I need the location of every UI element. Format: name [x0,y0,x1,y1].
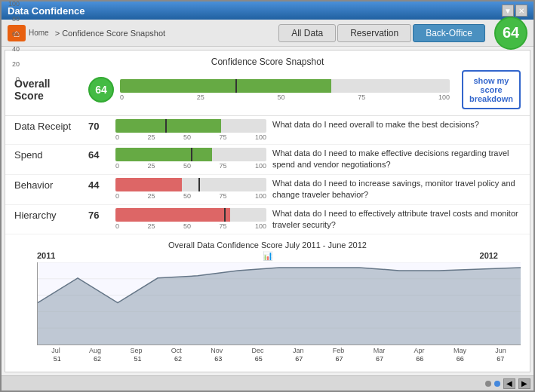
metrics-container: Data Receipt 70 0 25 50 75 100 What data… [5,116,530,234]
metric-bar-wrap-3: 0 25 50 75 100 [115,208,266,230]
header-score-circle: 64 [494,17,527,50]
chart-title: Overall Data Confidence Score July 2011 … [14,240,521,250]
overall-score-circle: 64 [88,77,114,103]
metric-bar-axis-1: 0 25 50 75 100 [115,162,266,170]
x-label-jun: Jun [495,347,506,354]
chart-val-11: 67 [497,355,504,363]
x-label-jan: Jan [293,347,304,354]
chart-val-3: 62 [174,355,182,363]
overall-label: Overall Score [14,78,82,102]
x-label-mar: Mar [374,347,386,354]
metric-bar-fill-1 [115,148,212,161]
metric-bar-wrap-1: 0 25 50 75 100 [115,148,266,170]
nav-next-button[interactable]: ▶ [518,378,530,389]
metric-bar-wrap-2: 0 25 50 75 100 [115,178,266,200]
metric-label-2: Behavior [14,178,82,191]
chart-val-8: 67 [376,355,383,363]
metric-bar-wrap-0: 0 25 50 75 100 [115,119,266,141]
home-label: Home [29,29,49,37]
metric-bar-marker-0 [165,119,167,133]
x-label-feb: Feb [333,347,345,354]
metric-bar-axis-2: 0 25 50 75 100 [115,192,266,200]
x-label-dec: Dec [252,347,264,354]
tab-reservation[interactable]: Reservation [337,24,411,42]
metric-bar-track-1 [115,148,266,161]
nav-prev-button[interactable]: ◀ [503,378,515,389]
snapshot-title: Confidence Score Snapshot [14,57,521,67]
chart-val-6: 67 [295,355,303,363]
chart-val-5: 65 [255,355,263,363]
bottom-bar: ◀ ▶ [2,375,533,390]
header-score-value: 64 [503,24,519,41]
main-content: Confidence Score Snapshot Overall Score … [5,50,530,372]
x-label-apr: Apr [414,347,425,354]
metric-bar-fill-3 [115,208,230,222]
metric-bar-axis-3: 0 25 50 75 100 [115,222,266,230]
metric-label-1: Spend [14,148,82,161]
tab-all-data[interactable]: All Data [278,24,336,42]
metric-bar-marker-1 [191,148,192,161]
x-label-sep: Sep [130,347,142,354]
dot-blue [494,381,500,387]
chart-val-9: 66 [416,355,423,363]
chart-year-right: 2012 [480,251,498,261]
chart-area [37,262,521,345]
overall-score-value: 64 [95,84,107,96]
minimize-button[interactable]: ▼ [502,5,514,17]
metric-bar-track-3 [115,208,266,222]
metric-desc-0: What data do I need overall to make the … [272,119,521,130]
overall-bar-track [120,79,450,93]
tab-back-office[interactable]: Back-Office [413,24,485,42]
metric-row-hierarchy: Hierarchy 76 0 25 50 75 100 What data do… [5,205,530,235]
overall-bar-container: 0 25 50 75 100 [120,79,450,101]
metric-bar-fill-0 [115,119,221,133]
show-breakdown-button[interactable]: show myscorebreakdown [462,70,521,109]
metric-bar-track-0 [115,119,266,133]
chart-section: Overall Data Confidence Score July 2011 … [5,234,530,372]
metric-bar-fill-2 [115,178,182,191]
dot-gray [485,381,491,387]
metric-bar-track-2 [115,178,266,191]
chart-icon: 📊 [263,251,273,261]
x-label-aug: Aug [89,347,101,354]
metric-desc-1: What data do I need to make effective de… [272,148,521,171]
tabs-container: All Data Reservation Back-Office [278,24,485,42]
chart-y-axis: 100 80 60 40 20 0 [5,50,21,83]
metric-desc-3: What data do I need to effectively attri… [272,208,521,231]
metric-row-data-receipt: Data Receipt 70 0 25 50 75 100 What data… [5,116,530,145]
chart-val-4: 63 [214,355,222,363]
chart-values: 516251626365676767666667 [37,355,521,363]
svg-marker-5 [38,268,521,345]
title-bar: Data Confidence ▼ ✕ [2,2,533,20]
chart-x-labels: JulAugSepOctNovDecJanFebMarAprMayJun [37,347,521,354]
metric-label-0: Data Receipt [14,119,82,132]
metric-label-3: Hierarchy [14,208,82,221]
overall-bar-marker [235,79,237,93]
chart-year-left: 2011 [37,251,55,261]
close-button[interactable]: ✕ [515,5,527,17]
metric-score-3: 76 [88,208,109,221]
nav-bar: ⌂ Home > Confidence Score Snapshot All D… [2,20,533,47]
chart-val-2: 51 [134,355,142,363]
title-bar-buttons: ▼ ✕ [502,5,527,17]
chart-val-7: 67 [336,355,343,363]
overall-row: Overall Score 64 0 25 50 75 100 [14,70,521,109]
metric-score-0: 70 [88,119,109,132]
main-window: Data Confidence ▼ ✕ ⌂ Home > Confidence … [0,0,535,392]
metric-desc-2: What data do I need to increase savings,… [272,178,521,201]
chart-val-10: 66 [457,355,464,363]
x-label-nov: Nov [211,347,223,354]
overall-bar-axis: 0 25 50 75 100 [120,93,450,101]
metric-bar-marker-2 [198,178,200,191]
snapshot-section: Confidence Score Snapshot Overall Score … [5,51,530,116]
overall-bar-fill [120,79,331,93]
x-label-jul: Jul [51,347,60,354]
metric-bar-marker-3 [224,208,226,222]
metric-score-1: 64 [88,148,109,161]
chart-val-0: 51 [54,355,61,363]
x-label-oct: Oct [171,347,182,354]
metric-row-behavior: Behavior 44 0 25 50 75 100 What data do … [5,175,530,205]
x-label-may: May [454,347,466,354]
metric-row-spend: Spend 64 0 25 50 75 100 What data do I n… [5,145,530,175]
breadcrumb: > Confidence Score Snapshot [55,29,165,38]
